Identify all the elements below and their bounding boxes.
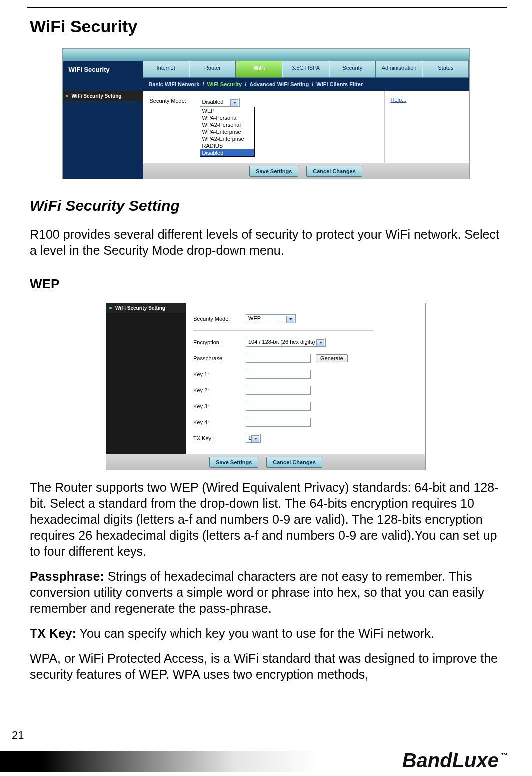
router-admin-screenshot-1: WiFi Security WiFi Security Setting Inte… bbox=[62, 48, 470, 180]
option-wpa-personal[interactable]: WPA-Personal bbox=[200, 114, 254, 122]
key1-input[interactable] bbox=[246, 370, 311, 379]
admin-right-column: Internet Router WiFi 3.5G HSPA Security … bbox=[143, 61, 470, 179]
subtab-wifi-security[interactable]: WiFi Security bbox=[208, 82, 242, 88]
wep-form-area: Security Mode: WEP Encryption: 104 / 128… bbox=[186, 304, 426, 454]
txkey-select[interactable]: 1 bbox=[246, 434, 261, 443]
save-settings-button[interactable]: Save Settings bbox=[250, 166, 298, 177]
page-title: WiFi Security bbox=[30, 17, 502, 36]
txkey-text: You can specify which key you want to us… bbox=[76, 626, 434, 640]
key1-label: Key 1: bbox=[194, 372, 246, 378]
generate-button[interactable]: Generate bbox=[316, 354, 348, 362]
button-row: Save Settings Cancel Changes bbox=[143, 163, 470, 179]
help-link[interactable]: Help... bbox=[391, 97, 407, 103]
txkey-paragraph: TX Key: You can specify which key you wa… bbox=[30, 626, 502, 642]
brand-logo: BandLuxe ™ bbox=[402, 750, 508, 772]
key3-label: Key 3: bbox=[194, 404, 246, 410]
encryption-select[interactable]: 104 / 128-bit (26 hex digits) bbox=[246, 338, 326, 347]
form-area: Security Mode: Disabled WEP WPA-Personal… bbox=[143, 91, 384, 163]
security-mode-label: Security Mode: bbox=[150, 98, 200, 104]
tab-administration[interactable]: Administration bbox=[376, 61, 422, 78]
brand-name: BandLuxe bbox=[402, 750, 499, 772]
sub-tabs: Basic WiFi Network / WiFi Security / Adv… bbox=[143, 78, 470, 91]
left-header: WiFi Security bbox=[63, 61, 143, 78]
cancel-changes-button[interactable]: Cancel Changes bbox=[306, 166, 362, 177]
separator: / bbox=[245, 82, 246, 88]
sidebar-2: WiFi Security Setting bbox=[106, 304, 186, 454]
separator: / bbox=[312, 82, 314, 88]
page-number: 21 bbox=[12, 729, 24, 742]
router-admin-screenshot-2: WiFi Security Setting Security Mode: WEP… bbox=[106, 303, 426, 470]
encryption-label: Encryption: bbox=[194, 340, 246, 346]
key4-label: Key 4: bbox=[194, 420, 246, 426]
option-radius[interactable]: RADIUS bbox=[200, 142, 254, 150]
tab-wifi[interactable]: WiFi bbox=[236, 61, 282, 78]
save-settings-button-2[interactable]: Save Settings bbox=[210, 457, 258, 468]
cancel-changes-button-2[interactable]: Cancel Changes bbox=[266, 457, 322, 468]
subsection-title: WiFi Security Setting bbox=[30, 198, 502, 214]
passphrase-paragraph: Passphrase: Strings of hexadecimal chara… bbox=[30, 568, 502, 616]
passphrase-label: Passphrase: bbox=[194, 356, 246, 362]
key4-input[interactable] bbox=[246, 418, 311, 427]
sidebar-item-security-setting[interactable]: WiFi Security Setting bbox=[63, 91, 143, 102]
security-mode-label-2: Security Mode: bbox=[194, 316, 246, 322]
wpa-text: WPA, or WiFi Protected Access, is a WiFi… bbox=[30, 650, 502, 682]
admin-left-column: WiFi Security WiFi Security Setting bbox=[63, 61, 143, 179]
subtab-basic[interactable]: Basic WiFi Network bbox=[149, 82, 200, 88]
txkey-label: TX Key: bbox=[194, 436, 246, 442]
tab-3-5g-hspa[interactable]: 3.5G HSPA bbox=[282, 61, 329, 78]
tab-router[interactable]: Router bbox=[190, 61, 236, 78]
option-wep[interactable]: WEP bbox=[200, 108, 254, 114]
help-area: Help... bbox=[384, 91, 470, 163]
passphrase-input[interactable] bbox=[246, 354, 311, 363]
intro-text: R100 provides several different levels o… bbox=[30, 226, 502, 258]
key2-input[interactable] bbox=[246, 386, 311, 395]
subtab-advanced[interactable]: Advanced WiFi Setting bbox=[250, 82, 309, 88]
subtab-clients-filter[interactable]: WiFi Clients Filter bbox=[316, 82, 363, 88]
option-wpa-enterprise[interactable]: WPA-Enterprise bbox=[200, 128, 254, 136]
top-rule bbox=[27, 7, 507, 8]
trademark-icon: ™ bbox=[501, 752, 508, 760]
passphrase-bold-label: Passphrase: bbox=[30, 570, 104, 584]
security-mode-select-2[interactable]: WEP bbox=[246, 314, 296, 324]
sidebar-item-security-setting-2[interactable]: WiFi Security Setting bbox=[106, 304, 186, 314]
main-tabs: Internet Router WiFi 3.5G HSPA Security … bbox=[143, 61, 470, 78]
security-mode-select[interactable]: Disabled bbox=[200, 98, 240, 107]
tab-status[interactable]: Status bbox=[422, 61, 469, 78]
security-mode-dropdown[interactable]: WEP WPA-Personal WPA2-Personal WPA-Enter… bbox=[200, 107, 255, 157]
option-disabled[interactable]: Disabled bbox=[200, 150, 254, 156]
key3-input[interactable] bbox=[246, 402, 311, 411]
button-row-2: Save Settings Cancel Changes bbox=[106, 454, 426, 470]
txkey-bold-label: TX Key: bbox=[30, 626, 76, 640]
tab-internet[interactable]: Internet bbox=[143, 61, 190, 78]
separator: / bbox=[202, 82, 204, 88]
wep-description: The Router supports two WEP (Wired Equiv… bbox=[30, 480, 502, 560]
option-wpa2-enterprise[interactable]: WPA2-Enterprise bbox=[200, 136, 254, 142]
key2-label: Key 2: bbox=[194, 388, 246, 394]
admin-titlebar bbox=[63, 49, 470, 61]
wep-heading: WEP bbox=[30, 276, 502, 292]
option-wpa2-personal[interactable]: WPA2-Personal bbox=[200, 122, 254, 128]
tab-security[interactable]: Security bbox=[330, 61, 376, 78]
